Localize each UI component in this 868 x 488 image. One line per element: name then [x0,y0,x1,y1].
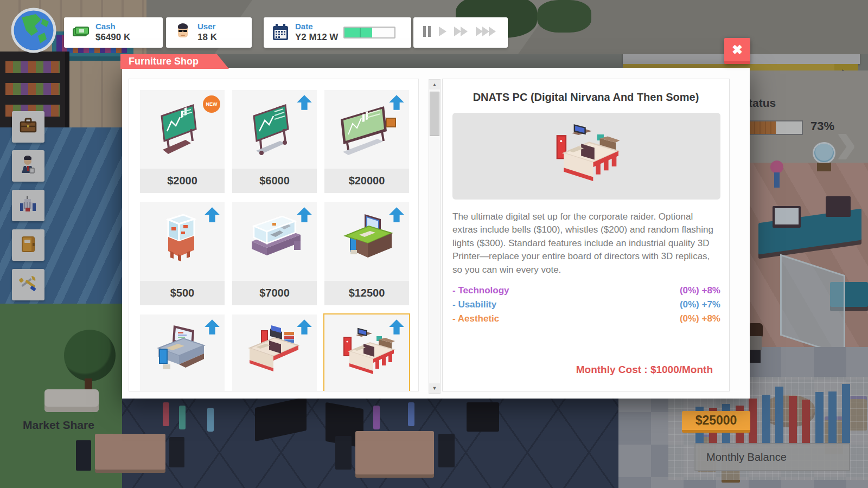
shop-scrollbar[interactable]: ▲ ▼ [429,79,441,394]
sidebar-button-building[interactable] [12,190,44,221]
stool [179,406,186,429]
monitor-screen [775,208,799,224]
employee-icon [18,155,38,177]
item-price: $500 [140,281,225,305]
market-share-title: Market Share [23,419,94,432]
dnats-pc-art [519,114,654,198]
balance-bar [828,391,837,445]
stool [408,402,414,426]
item-price: $2000 [140,169,225,193]
character-body [749,336,762,350]
cash-value: $6490 K [95,32,130,43]
scroll-down-icon[interactable]: ▼ [429,383,440,393]
user-card: User 18 K [166,17,252,48]
fastest-forward-icon[interactable] [476,27,496,38]
scroll-up-icon[interactable]: ▲ [429,80,440,89]
stat-row: - Aesthetic (0%) +8% [452,313,720,328]
furniture-shop-title: Furniture Shop [120,54,229,69]
pc-desk [467,402,499,432]
stat-label: - Usability [452,299,496,313]
close-icon[interactable]: ✖ [724,38,750,64]
upgrade-arrow-icon [296,319,312,337]
stool [163,402,169,426]
dining-table [95,434,165,470]
shop-item-fishtank[interactable]: $500 [140,202,225,305]
upgrade-arrow-icon [204,207,220,225]
dining-table [355,431,434,474]
shop-item-whiteboard[interactable]: NEW$2000 [140,90,225,193]
building-icon [18,195,38,216]
stat-row: - Usability (0%) +7% [452,299,720,313]
stat-row: - Technology (0%) +8% [452,285,720,299]
item-stats: - Technology (0%) +8%- Usability (0%) +7… [452,285,720,328]
upgrade-arrow-icon [388,207,405,225]
balance-bar [762,395,770,445]
tools-icon [18,274,38,296]
pause-icon[interactable] [423,26,431,39]
briefcase-icon [18,116,38,138]
vintagedesk-art [140,314,225,391]
fast-forward-icon[interactable] [454,27,468,38]
upgrade-arrow-icon [388,94,405,113]
balance-bar [802,400,810,445]
greendesk-art [324,202,409,281]
user-icon [174,23,192,42]
fishbowl [813,142,835,164]
shop-item-aquarium[interactable]: $7000 [232,202,317,305]
upgrade-arrow-icon [296,207,312,225]
flower-vase [770,160,783,174]
upgrade-arrow-icon [388,319,405,337]
character [748,323,763,337]
shop-item-greendesk[interactable]: $12500 [324,202,409,305]
stat-label: - Technology [452,285,509,299]
vase [774,172,780,188]
shop-item-vintagedesk[interactable] [140,314,225,391]
stat-value: (0%) +8% [680,313,720,328]
dnats-art [324,314,409,391]
stat-label: - Aesthetic [452,313,499,328]
item-price: $20000 [324,169,409,193]
item-price: $12500 [324,281,409,305]
shop-item-reddesk[interactable] [232,314,317,391]
item-price: $7000 [232,281,317,305]
sidebar-button-briefcase[interactable] [12,111,44,143]
stat-value: (0%) +8% [680,285,720,299]
balance-bar [789,396,797,445]
item-detail-panel: DNATS PC (Digital Nirvana And Then Some)… [442,79,730,391]
user-label: User [197,22,217,32]
shop-item-projector[interactable]: $20000 [324,90,409,193]
scrollbar-thumb[interactable] [430,92,439,136]
character-legs [750,350,761,363]
balance-bar [815,392,824,445]
fishtank-art [140,202,225,281]
world-globe-button[interactable] [11,8,56,53]
stool [373,406,380,429]
aquarium-art [232,202,317,281]
shop-item-whiteboard2[interactable]: $6000 [232,90,317,193]
play-icon[interactable] [439,27,446,38]
fishbowl-stand [817,163,831,171]
week-progress-fill [344,28,372,37]
upgrade-arrow-icon [296,94,312,113]
speed-controls [413,17,508,48]
shop-item-grid: NEW$2000$6000$20000$500$7000$12500 [129,79,419,391]
item-description: The ultimate digital set up for the corp… [452,210,720,277]
sidebar-button-tools[interactable] [12,269,44,300]
sidebar-button-employee[interactable] [12,150,44,182]
shop-item-dnats[interactable] [324,314,409,391]
monitor [826,196,851,217]
whiteboard2-art [232,90,317,169]
date-card: Date Y2 M12 W [264,17,411,48]
upgrade-arrow-icon [204,319,220,337]
sidebar-button-notebook[interactable] [12,229,44,261]
week-progressbar [343,27,395,38]
chair [335,436,352,470]
cash-label: Cash [95,22,130,32]
projector-art [324,90,409,169]
chair [76,440,91,471]
money-icon [72,23,90,42]
loan-amount-button[interactable]: $25000 [682,411,750,433]
game-screen: › Objective (1/3) Do a postmortem for on… [0,0,868,488]
monthly-balance-label: Monthly Balance [694,443,850,471]
monthly-cost: Monthly Cost : $1000/Month [576,364,713,376]
